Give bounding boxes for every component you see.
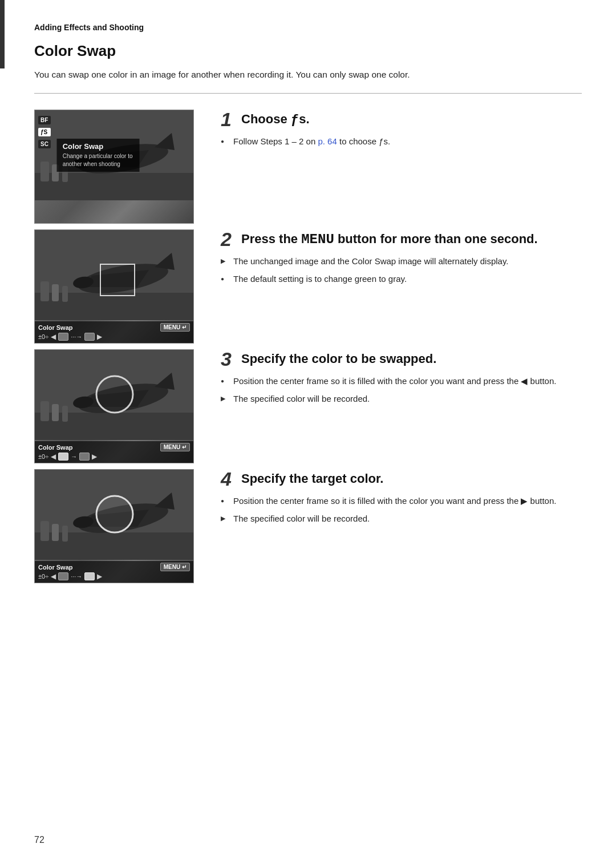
step-3-ev: ±0÷ [38, 453, 48, 460]
divider [34, 93, 582, 94]
svg-rect-35 [40, 521, 49, 541]
step-4-arrow-right: ▶ [97, 572, 102, 580]
step-2-scene-bg [35, 230, 193, 320]
step-2-dots: ···→ [71, 333, 82, 340]
step-1-row: BF ƒS SC Color Swap Change a particular … [34, 110, 582, 224]
step-3-menu-btn: MENU ↵ [160, 443, 190, 451]
left-bar [0, 0, 5, 68]
steps-container: BF ƒS SC Color Swap Change a particular … [34, 110, 582, 589]
svg-point-38 [96, 496, 133, 532]
step-3-label-row: Color Swap MENU ↵ [38, 443, 190, 451]
step-1-scene: BF ƒS SC Color Swap Change a particular … [35, 110, 193, 200]
step-1-scene-bg: BF ƒS SC Color Swap Change a particular … [35, 110, 193, 200]
step-2-title-row: 2 Press the MENU button for more than on… [221, 229, 582, 249]
step-3-arrow-right: ▶ [92, 453, 97, 461]
step-3-controls: ±0÷ ◀ → ▶ [38, 453, 190, 461]
svg-rect-16 [52, 284, 59, 301]
step-2-airplane-svg [35, 230, 193, 320]
svg-rect-15 [40, 281, 49, 301]
step-1-image-col: BF ƒS SC Color Swap Change a particular … [34, 110, 202, 224]
step-2-bullets: The unchanged image and the Color Swap i… [221, 255, 582, 286]
step-2-title: Press the MENU button for more than one … [241, 229, 538, 248]
step-1-bullet-1: Follow Steps 1 – 2 on p. 64 to choose ƒs… [221, 135, 582, 148]
svg-rect-25 [40, 401, 49, 421]
step-1-icon-selected: ƒS [38, 128, 51, 136]
step-3-screen: Color Swap MENU ↵ ±0÷ ◀ → ▶ [35, 350, 193, 463]
step-4-arrow-left: ◀ [51, 572, 56, 580]
step-2-content: 2 Press the MENU button for more than on… [221, 229, 582, 290]
step-1-title: Choose ƒs. [241, 110, 310, 128]
svg-rect-26 [52, 404, 59, 421]
step-1-number: 1 [221, 110, 237, 129]
step-3-bottom-bar: Color Swap MENU ↵ ±0÷ ◀ → ▶ [35, 441, 193, 463]
svg-rect-17 [62, 286, 68, 302]
step-4-ev: ±0÷ [38, 573, 48, 580]
step-3-scene-bg [35, 350, 193, 440]
svg-rect-6 [40, 162, 49, 181]
step-3-dots: → [71, 453, 77, 460]
step-3-box-1 [58, 453, 68, 461]
step-1-image: BF ƒS SC Color Swap Change a particular … [34, 110, 194, 224]
step-2-image-col: Color Swap MENU ↵ ±0÷ ◀ ···→ ▶ [34, 229, 202, 344]
page-number: 72 [34, 835, 44, 845]
page-title: Color Swap [34, 42, 582, 60]
step-3-scene [35, 350, 193, 440]
step-2-menu-label: MENU [301, 232, 334, 247]
svg-rect-27 [62, 406, 68, 422]
step-4-bullet-1: Position the center frame so it is fille… [221, 494, 582, 507]
step-2-menu-btn: MENU ↵ [160, 323, 190, 332]
step-2-number: 2 [221, 229, 237, 249]
step-2-bullet-1: The unchanged image and the Color Swap i… [221, 255, 582, 268]
step-2-box-1 [58, 333, 68, 341]
step-2-screen: Color Swap MENU ↵ ±0÷ ◀ ···→ ▶ [35, 230, 193, 343]
step-2-controls: ±0÷ ◀ ···→ ▶ [38, 333, 190, 341]
step-3-cam-label: Color Swap [38, 444, 73, 451]
step-4-bullets: Position the center frame so it is fille… [221, 494, 582, 526]
step-4-bottom-bar: Color Swap MENU ↵ ±0÷ ◀ ···→ ▶ [35, 561, 193, 583]
step-2-arrow-left: ◀ [51, 333, 56, 341]
step-3-bullet-2: The specified color will be recorded. [221, 392, 582, 405]
step-2-image: Color Swap MENU ↵ ±0÷ ◀ ···→ ▶ [34, 229, 194, 344]
step-2-cam-label: Color Swap [38, 324, 73, 331]
step-1-icons: BF ƒS SC [38, 116, 51, 148]
step-4-scene [35, 470, 193, 560]
step-3-title-row: 3 Specify the color to be swapped. [221, 349, 582, 369]
step-4-screen: Color Swap MENU ↵ ±0÷ ◀ ···→ ▶ [35, 470, 193, 583]
step-3-row: Color Swap MENU ↵ ±0÷ ◀ → ▶ [34, 349, 582, 463]
step-4-title-row: 4 Specify the target color. [221, 469, 582, 488]
step-3-airplane-svg [35, 350, 193, 440]
step-4-label-row: Color Swap MENU ↵ [38, 563, 190, 571]
step-3-number: 3 [221, 349, 237, 369]
step-3-title: Specify the color to be swapped. [241, 349, 436, 366]
step-1-overlay: Color Swap Change a particular color to … [57, 139, 140, 172]
step-2-box-2 [84, 333, 95, 341]
step-1-overlay-title: Color Swap [63, 142, 134, 151]
step-4-dots: ···→ [71, 573, 82, 580]
step-4-image-col: Color Swap MENU ↵ ±0÷ ◀ ···→ ▶ [34, 469, 202, 583]
step-4-menu-btn: MENU ↵ [160, 563, 190, 571]
step-4-bullet-2: The specified color will be recorded. [221, 512, 582, 525]
step-4-box-2 [84, 572, 95, 580]
step-4-scene-bg [35, 470, 193, 560]
step-4-box-1 [58, 572, 68, 580]
step-4-number: 4 [221, 469, 237, 488]
step-1-screen: BF ƒS SC Color Swap Change a particular … [35, 110, 193, 223]
step-1-link[interactable]: p. 64 [318, 136, 337, 146]
step-1-title-row: 1 Choose ƒs. [221, 110, 582, 129]
step-4-cam-label: Color Swap [38, 564, 73, 571]
intro-text: You can swap one color in an image for a… [34, 68, 582, 82]
step-2-label-row: Color Swap MENU ↵ [38, 323, 190, 332]
step-1-icon-label: ƒ [291, 112, 299, 127]
step-3-image: Color Swap MENU ↵ ±0÷ ◀ → ▶ [34, 349, 194, 463]
step-1-icon-3: SC [38, 140, 51, 148]
svg-rect-36 [52, 524, 59, 541]
step-1-bullets: Follow Steps 1 – 2 on p. 64 to choose ƒs… [221, 135, 582, 148]
step-4-controls: ±0÷ ◀ ···→ ▶ [38, 572, 190, 580]
step-2-row: Color Swap MENU ↵ ±0÷ ◀ ···→ ▶ [34, 229, 582, 344]
step-4-image: Color Swap MENU ↵ ±0÷ ◀ ···→ ▶ [34, 469, 194, 583]
step-3-image-col: Color Swap MENU ↵ ±0÷ ◀ → ▶ [34, 349, 202, 463]
svg-rect-37 [62, 526, 68, 542]
step-4-title: Specify the target color. [241, 469, 383, 486]
page-container: Adding Effects and Shooting Color Swap Y… [0, 0, 616, 623]
step-2-bullet-2: The default setting is to change green t… [221, 272, 582, 285]
